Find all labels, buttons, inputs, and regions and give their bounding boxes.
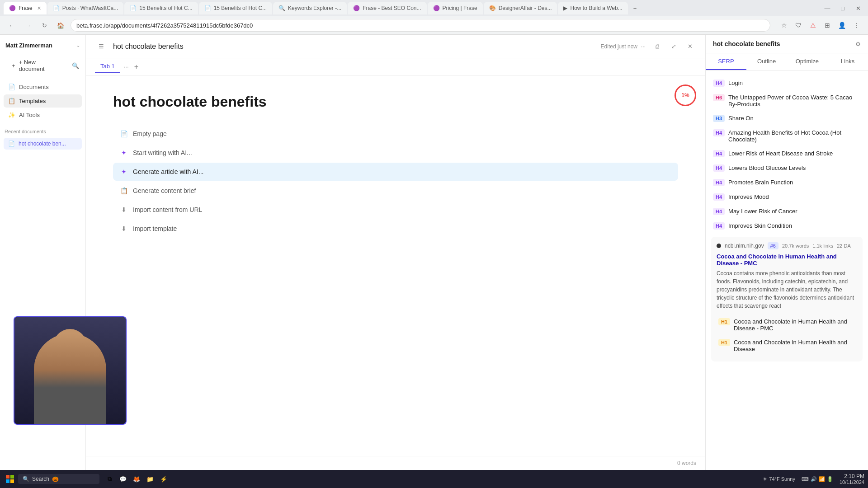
close-browser-button[interactable]: ✕	[852, 2, 864, 14]
profile-button[interactable]: 👤	[835, 19, 848, 32]
taskbar-search[interactable]: 🔍 Search 🎃	[18, 474, 99, 484]
serp-heading-row-8: H4May Lower Risk of Cancer	[711, 204, 863, 219]
serp-tab-label: SERP	[718, 58, 734, 65]
heading-text-4: Lower Risk of Heart Disease and Stroke	[728, 150, 861, 157]
tab-close-frase[interactable]: ✕	[37, 5, 41, 11]
tab-frase[interactable]: 🟣 Frase ✕	[4, 2, 47, 14]
action-list: 📄 Empty page ✦ Start writing with AI... …	[113, 125, 678, 238]
document-heading[interactable]: hot chocolate benefits	[113, 94, 678, 110]
reload-button[interactable]: ↻	[38, 19, 51, 32]
taskbar-teams[interactable]: 💬	[117, 473, 129, 485]
extensions-button[interactable]: ⊞	[821, 19, 834, 32]
result-title[interactable]: Cocoa and Chocolate in Human Health and …	[717, 253, 857, 267]
home-button[interactable]: 🏠	[54, 19, 67, 32]
forward-button[interactable]: →	[22, 19, 34, 32]
maximize-button[interactable]: □	[836, 2, 849, 14]
heading-tag-9: H4	[713, 222, 725, 230]
tab-pricing[interactable]: 🟣 Pricing | Frase	[428, 2, 483, 14]
minimize-button[interactable]: —	[821, 2, 834, 14]
tab-label-15b1: 15 Benefits of Hot C...	[139, 5, 192, 11]
tab-label-whatwasit: Posts · WhatWasItCa...	[62, 5, 118, 11]
start-ai-action[interactable]: ✦ Start writing with AI...	[113, 144, 678, 162]
import-url-action[interactable]: ⬇ Import content from URL	[113, 201, 678, 219]
close-panel-button[interactable]: ✕	[684, 40, 696, 53]
panel-settings-icon[interactable]: ⚙	[855, 41, 861, 47]
taskbar: 🔍 Search 🎃 ⧉ 💬 🦊 📁 ⚡ ☀ 74°F Sunny ⌨ 🔊 📶 …	[0, 470, 868, 488]
system-tray[interactable]: ⌨ 🔊 📶 🔋	[799, 476, 836, 482]
tab-15benefits2[interactable]: 📄 15 Benefits of Hot C...	[199, 2, 272, 14]
result-h1-text-1: Cocoa and Chocolate in Human Health and …	[734, 318, 855, 332]
start-ai-label: Start writing with AI...	[133, 149, 192, 156]
recent-docs-list: 📄 hot chocolate ben...	[0, 136, 85, 151]
heading-text-9: Improves Skin Condition	[728, 222, 861, 229]
main-content: ☰ hot chocolate benefits Edited just now…	[86, 35, 705, 470]
doc-tab-1[interactable]: Tab 1	[95, 60, 120, 73]
weather-info: 74°F Sunny	[769, 476, 795, 482]
tab-label-15b2: 15 Benefits of Hot C...	[214, 5, 267, 11]
back-button[interactable]: ←	[5, 19, 18, 32]
tab-15benefits1[interactable]: 📄 15 Benefits of Hot C...	[124, 2, 198, 14]
sidebar-item-templates[interactable]: 📋 Templates	[4, 94, 82, 108]
weather-widget[interactable]: ☀ 74°F Sunny	[763, 476, 795, 482]
result-h1-text-2: Cocoa and Chocolate in Human Health and …	[734, 339, 855, 352]
taskbar-files[interactable]: 📁	[144, 473, 156, 485]
bookmark-button[interactable]: ☆	[778, 19, 790, 32]
tab-youtube[interactable]: ▶ How to Build a Web...	[558, 2, 627, 14]
serp-result-card: ncbi.nlm.nih.gov #6 20.7k words 1.1k lin…	[711, 237, 863, 361]
panel-tabs: SERP Outline Optimize Links	[706, 53, 868, 70]
serp-result-meta: ncbi.nlm.nih.gov #6 20.7k words 1.1k lin…	[717, 242, 857, 249]
optimize-tab-label: Optimize	[796, 58, 819, 65]
panel-tab-serp[interactable]: SERP	[706, 53, 746, 70]
sidebar-item-ai-tools[interactable]: ✨ AI Tools	[4, 108, 82, 122]
generate-brief-action[interactable]: 📋 Generate content brief	[113, 182, 678, 200]
address-text: beta.frase.io/app/documents/4f7262a35752…	[76, 22, 253, 29]
right-panel: hot chocolate benefits ⚙ SERP Outline Op…	[705, 35, 868, 470]
fullscreen-button[interactable]: ⤢	[667, 40, 680, 53]
video-overlay	[14, 316, 127, 425]
tab-label-frase-seo: Frase - Best SEO Con...	[363, 5, 421, 11]
tab-frase-seo[interactable]: 🟣 Frase - Best SEO Con...	[348, 2, 426, 14]
empty-page-action[interactable]: 📄 Empty page	[113, 125, 678, 143]
sidebar-toggle-button[interactable]: ☰	[95, 40, 108, 53]
serp-heading-row-6: H4Promotes Brain Function	[711, 175, 863, 190]
tray-icon-3: 📶	[819, 476, 825, 482]
result-indicator	[717, 244, 721, 248]
import-template-action[interactable]: ⬇ Import template	[113, 220, 678, 238]
doc-title[interactable]: hot chocolate benefits	[113, 42, 595, 51]
clock[interactable]: 2:10 PM 10/11/2024	[840, 473, 864, 485]
panel-tab-outline[interactable]: Outline	[746, 53, 787, 70]
person-body	[34, 333, 106, 424]
add-tab-button[interactable]: +	[132, 61, 140, 73]
result-h1-item-1: H1 Cocoa and Chocolate in Human Health a…	[717, 314, 857, 335]
address-input[interactable]: beta.frase.io/app/documents/4f7262a35752…	[71, 19, 770, 32]
tab-more-icon[interactable]: ···	[122, 61, 131, 72]
tab-label-keywords: Keywords Explorer -...	[288, 5, 341, 11]
user-section[interactable]: Matt Zimmerman ⌄	[0, 38, 85, 52]
taskbar-pinned-apps: ⧉ 💬 🦊 📁 ⚡	[103, 473, 170, 485]
sidebar-item-documents[interactable]: 📄 Documents	[4, 80, 82, 94]
empty-page-label: Empty page	[133, 130, 167, 137]
new-doc-button[interactable]: + + New document	[7, 56, 66, 75]
taskbar-task-view[interactable]: ⧉	[103, 473, 116, 485]
tab-label-youtube: How to Build a Web...	[570, 5, 622, 11]
panel-tab-optimize[interactable]: Optimize	[787, 53, 828, 70]
editor-area[interactable]: 1% hot chocolate benefits 📄 Empty page ✦…	[86, 75, 705, 456]
taskbar-firefox[interactable]: 🦊	[130, 473, 143, 485]
share-button[interactable]: ⎙	[651, 40, 664, 53]
search-button[interactable]: 🔍	[69, 59, 82, 72]
menu-button[interactable]: ⋮	[850, 19, 863, 32]
heading-text-1: The Untapped Power of Cocoa Waste: 5 Cac…	[728, 94, 861, 108]
start-menu-button[interactable]	[4, 473, 16, 485]
tab-keywords[interactable]: 🔍 Keywords Explorer -...	[273, 2, 347, 14]
serp-headings: H4LoginH6The Untapped Power of Cocoa Was…	[711, 76, 863, 233]
more-options-icon[interactable]: ···	[641, 43, 646, 50]
result-word-count: 20.7k words	[782, 243, 809, 249]
browser-actions: ☆ 🛡 ⚠ ⊞ 👤 ⋮	[778, 19, 863, 32]
taskbar-app1[interactable]: ⚡	[157, 473, 170, 485]
generate-article-action[interactable]: ✦ Generate article with AI...	[113, 163, 678, 181]
new-tab-button[interactable]: +	[629, 2, 642, 14]
panel-tab-links[interactable]: Links	[827, 53, 868, 70]
recent-item-hot-choc[interactable]: 📄 hot chocolate ben...	[4, 138, 82, 150]
tab-designer[interactable]: 🎨 DesignerAffair - Des...	[484, 2, 557, 14]
tab-whatwasit[interactable]: 📄 Posts · WhatWasItCa...	[47, 2, 124, 14]
